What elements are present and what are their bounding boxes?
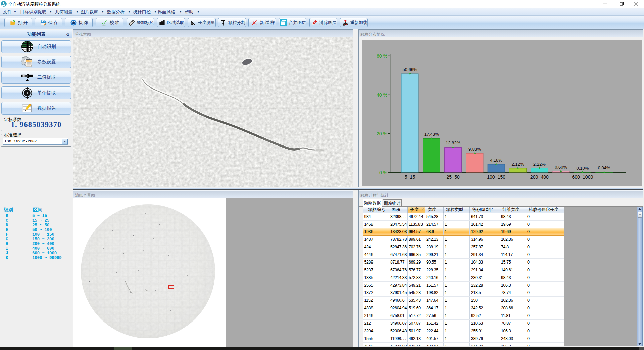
- svg-text:50.66%: 50.66%: [402, 67, 417, 72]
- svg-text:0.60%: 0.60%: [555, 165, 567, 170]
- svg-text:2.22%: 2.22%: [533, 162, 546, 167]
- svg-text:200~400: 200~400: [530, 174, 549, 180]
- svg-text:25~50: 25~50: [446, 174, 460, 180]
- svg-text:0.10%: 0.10%: [576, 166, 589, 171]
- svg-text:12.82%: 12.82%: [446, 140, 461, 145]
- svg-text:0 %: 0 %: [379, 170, 387, 175]
- svg-text:100~150: 100~150: [487, 174, 505, 180]
- svg-text:40 %: 40 %: [377, 92, 387, 98]
- svg-text:5~15: 5~15: [405, 174, 415, 180]
- svg-text:600~1000: 600~1000: [572, 174, 593, 180]
- svg-text:0.04%: 0.04%: [598, 165, 610, 170]
- svg-text:20 %: 20 %: [377, 131, 387, 136]
- svg-text:4.18%: 4.18%: [490, 158, 502, 163]
- svg-text:2.12%: 2.12%: [512, 162, 524, 167]
- svg-text:17.43%: 17.43%: [424, 132, 439, 137]
- svg-text:9.83%: 9.83%: [468, 147, 481, 152]
- svg-text:60 %: 60 %: [377, 53, 387, 59]
